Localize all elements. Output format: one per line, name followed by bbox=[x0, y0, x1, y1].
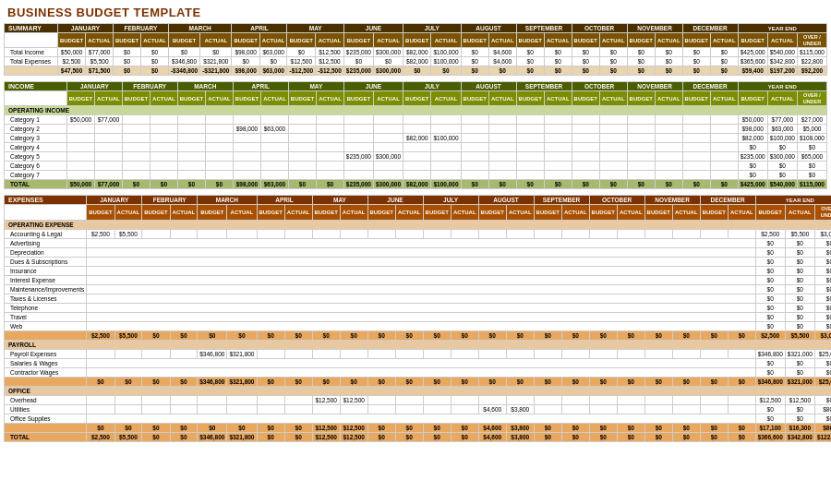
hdr-november: NOVEMBER bbox=[627, 24, 682, 33]
exp-interest-row: Interest Expense $0$0$0 bbox=[5, 275, 832, 284]
exp-insurance-row: Insurance $0$0$0 bbox=[5, 266, 832, 275]
income-cat1-row: Category 1 $50,000$77,000 $50,000$77,000… bbox=[5, 115, 827, 125]
summary-expenses-label: Total Expenses bbox=[5, 57, 58, 66]
op-expense-total-row: $2,500$5,500 $0$0 $0$0 $0$0 $0$0 $0$0 $0… bbox=[5, 330, 832, 340]
summary-expenses-row: Total Expenses $2,500$5,500 $0$0 $346,80… bbox=[5, 57, 827, 66]
hdr-april: APRIL bbox=[232, 24, 287, 33]
summary-income-label: Total Income bbox=[5, 48, 58, 57]
exp-accounting-row: Accounting & Legal $2,500$5,500 $2,500$5… bbox=[5, 229, 832, 238]
income-cat2-row: Category 2 $98,000$63,000 $98,000$63,000… bbox=[5, 125, 827, 134]
income-cat3-row: Category 3 $82,000$100,000 $82,000$100,0… bbox=[5, 134, 827, 143]
income-cat5-row: Category 5 $235,000$300,000 $235,000$300… bbox=[5, 152, 827, 162]
exp-web-row: Web $0$0$0 bbox=[5, 321, 832, 330]
exp-payroll-row: Payroll Expenses $346,800$321,800 $346,8… bbox=[5, 349, 832, 358]
summary-label: SUMMARY bbox=[5, 24, 58, 33]
hdr-december: DECEMBER bbox=[682, 24, 738, 33]
sub-jan-budget: BUDGET bbox=[57, 33, 85, 48]
income-subsection-row: OPERATING INCOME bbox=[5, 106, 827, 115]
expenses-grand-total-row: TOTAL $2,500$5,500 $0$0 $346,800$321,800… bbox=[5, 432, 832, 441]
exp-salaries-row: Salaries & Wages $0$0$0 bbox=[5, 358, 832, 367]
summary-income-row: Total Income $50,000$77,000 $0$0 $0$0 $9… bbox=[5, 48, 827, 57]
hdr-july: JULY bbox=[403, 24, 461, 33]
income-cat4-row: Category 4 $0$0$0 bbox=[5, 143, 827, 152]
hdr-june: JUNE bbox=[343, 24, 403, 33]
income-cat6-row: Category 6 $0$0$0 bbox=[5, 162, 827, 171]
hdr-september: SEPTEMBER bbox=[516, 24, 572, 33]
hdr-may: MAY bbox=[287, 24, 343, 33]
sub-jan-actual: ACTUAL bbox=[86, 33, 114, 48]
income-total-row: TOTAL $50,000$77,000 $0$0 $0$0 $98,000$6… bbox=[5, 180, 827, 189]
summary-net-row: $47,500$71,500 $0$0 -$346,800-$321,800 $… bbox=[5, 66, 827, 76]
hdr-february: FEBRUARY bbox=[113, 24, 168, 33]
hdr-october: OCTOBER bbox=[572, 24, 627, 33]
expenses-section-label: EXPENSES bbox=[5, 196, 87, 205]
summary-section: SUMMARY JANUARY FEBRUARY MARCH APRIL MAY… bbox=[4, 23, 827, 76]
exp-maintenance-row: Maintenance/Improvements $0$0$0 bbox=[5, 284, 832, 294]
exp-depreciation-row: Depreciation $0$0$0 bbox=[5, 247, 832, 257]
exp-office-supplies-row: Office Supplies $0$0$0 bbox=[5, 414, 832, 423]
income-section: INCOME JANUARY FEBRUARY MARCH APRIL MAY … bbox=[4, 81, 827, 189]
income-section-label: INCOME bbox=[5, 82, 67, 91]
income-cat7-row: Category 7 $0$0$0 bbox=[5, 171, 827, 180]
payroll-subsection: PAYROLL bbox=[5, 340, 832, 349]
hdr-march: MARCH bbox=[168, 24, 232, 33]
op-expense-subsection: OPERATING EXPENSE bbox=[5, 220, 832, 229]
exp-travel-row: Travel $0$0$0 bbox=[5, 312, 832, 321]
hdr-january: JANUARY bbox=[57, 24, 113, 33]
expenses-section: EXPENSES JANUARY FEBRUARY MARCH APRIL MA… bbox=[4, 195, 827, 441]
exp-contractor-row: Contractor Wages $0$0$0 bbox=[5, 367, 832, 377]
exp-telephone-row: Telephone $0$0$0 bbox=[5, 303, 832, 312]
exp-utilities-row: Utilities $4,600$3,800 $0$0$800 bbox=[5, 404, 832, 414]
office-subsection: OFFICE bbox=[5, 386, 832, 395]
exp-overhead-row: Overhead $12,500$12,500 $12,500$12,500$0 bbox=[5, 395, 832, 404]
hdr-yearend: YEAR END bbox=[738, 24, 826, 33]
hdr-august: AUGUST bbox=[461, 24, 516, 33]
exp-taxes-row: Taxes & Licenses $0$0$0 bbox=[5, 294, 832, 303]
payroll-total-row: $0$0 $0$0 $346,800$321,800 $0$0 $0$0 $0$… bbox=[5, 377, 832, 386]
exp-dues-row: Dues & Subscriptions $0$0$0 bbox=[5, 257, 832, 266]
office-total-row: $0$0 $0$0 $0$0 $0$0 $12,500$12,500 $0$0 … bbox=[5, 423, 832, 432]
exp-advertising-row: Advertising $0$0$0 bbox=[5, 238, 832, 247]
page-title: BUSINESS BUDGET TEMPLATE bbox=[0, 0, 831, 23]
